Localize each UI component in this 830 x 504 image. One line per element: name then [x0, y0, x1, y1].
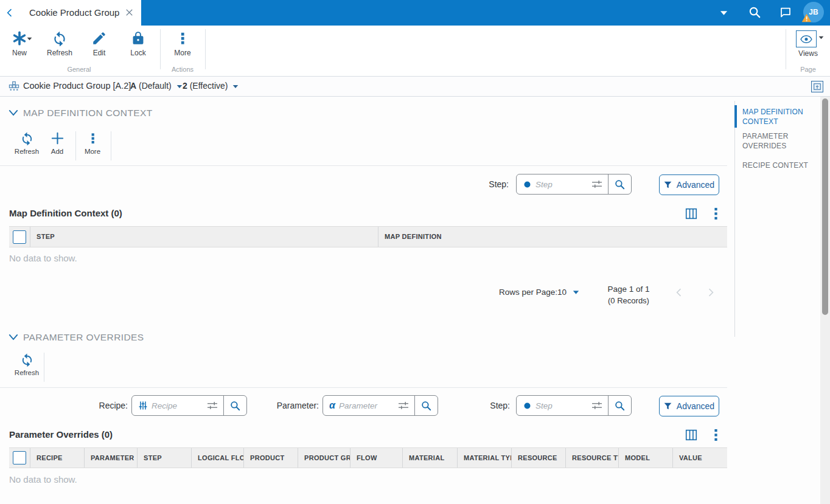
collapse-panel-icon[interactable] [811, 81, 823, 92]
map-section-title: MAP DEFINITION CONTEXT [23, 108, 153, 119]
views-label: Views [791, 49, 825, 58]
column-header: STEP [138, 448, 192, 468]
search-icon[interactable] [608, 396, 631, 415]
select-all-checkbox[interactable] [13, 230, 26, 244]
hierarchy-icon [9, 81, 19, 92]
step-circle-icon [523, 180, 532, 189]
new-button[interactable]: New [4, 30, 35, 57]
refresh-label: Refresh [11, 148, 43, 155]
column-header: PRODUCT [244, 448, 298, 468]
grid-more-icon[interactable] [713, 429, 719, 441]
active-nav-indicator [734, 105, 737, 128]
version-qualifier: (Default) [136, 81, 172, 91]
scrollbar-thumb[interactable] [822, 98, 828, 315]
topbar-dropdown-caret-icon[interactable] [720, 10, 728, 16]
map-add-button[interactable]: Add [41, 131, 73, 155]
more-label: More [77, 148, 108, 155]
column-header: MAP DEFINITION [378, 227, 727, 247]
ribbon-more-button[interactable]: More [166, 30, 200, 57]
version-dropdown[interactable]: A (Default) [130, 81, 183, 91]
new-label: New [4, 49, 35, 57]
toolbar-separator [111, 131, 111, 161]
recipe-filter-input[interactable] [148, 401, 206, 410]
version-value: A [130, 81, 136, 91]
plus-icon [41, 131, 73, 145]
edit-button[interactable]: Edit [82, 30, 116, 57]
new-dropdown-caret-icon[interactable] [27, 37, 32, 41]
records-count: (0 Records) [599, 296, 658, 305]
global-search-icon[interactable] [748, 5, 762, 19]
map-more-button[interactable]: More [77, 131, 108, 155]
next-page-icon[interactable] [706, 288, 716, 297]
param-empty-text: No data to show. [9, 474, 77, 485]
add-label: Add [41, 148, 73, 155]
previous-page-icon[interactable] [674, 288, 684, 297]
page-indicator: Page 1 of 1 [599, 285, 658, 294]
message-icon[interactable] [779, 6, 792, 19]
recipe-sliders-icon [138, 401, 148, 410]
refresh-icon [11, 353, 43, 367]
step-filter-label: Step: [448, 174, 509, 195]
param-refresh-button[interactable]: Refresh [11, 353, 43, 376]
step-filter-input-group [516, 395, 632, 416]
revision-dropdown[interactable]: 2 (Effective) [183, 81, 239, 91]
step-filter-input[interactable] [532, 180, 591, 189]
recipe-filter-label: Recipe: [67, 395, 128, 416]
param-advanced-button[interactable]: Advanced [659, 396, 719, 416]
top-bar: Cookie Product Group JB [0, 0, 830, 26]
page-tab[interactable]: Cookie Product Group [0, 0, 141, 26]
search-icon[interactable] [223, 396, 246, 415]
advanced-label: Advanced [677, 401, 714, 411]
funnel-icon [664, 181, 672, 188]
collapse-chevron-icon[interactable] [9, 109, 18, 116]
param-section-title: PARAMETER OVERRIDES [23, 332, 144, 343]
column-settings-icon[interactable] [685, 208, 697, 219]
funnel-icon [664, 402, 672, 410]
rows-per-page-dropdown[interactable]: Rows per Page:10 [499, 288, 579, 297]
map-advanced-button[interactable]: Advanced [659, 174, 719, 195]
scrollbar-track[interactable] [820, 97, 830, 504]
more-dots-icon [166, 30, 200, 46]
more-dots-icon [77, 131, 108, 145]
refresh-icon [11, 131, 43, 145]
close-tab-icon[interactable] [125, 8, 134, 17]
lock-icon [121, 30, 155, 46]
select-all-checkbox[interactable] [13, 451, 26, 464]
grid-more-icon[interactable] [713, 207, 719, 220]
views-button[interactable] [796, 30, 817, 47]
rows-per-page-label: Rows per Page:10 [499, 288, 567, 297]
column-header: PRODUCT GROUP [298, 448, 350, 468]
param-grid-title: Parameter Overrides (0) [9, 429, 113, 440]
refresh-button[interactable]: Refresh [43, 30, 77, 57]
parameter-filter-input-group: α [323, 395, 438, 416]
filter-settings-icon[interactable] [397, 401, 410, 410]
search-icon[interactable] [608, 174, 631, 194]
nav-divider [734, 101, 735, 337]
step-filter-input-group [516, 174, 632, 195]
lock-button[interactable]: Lock [121, 30, 155, 57]
map-refresh-button[interactable]: Refresh [11, 131, 43, 155]
header-checkbox-cell [9, 448, 30, 468]
step-filter-input[interactable] [532, 401, 591, 410]
parameter-filter-input[interactable] [335, 401, 397, 410]
toolbar-separator [44, 353, 44, 382]
filter-settings-icon[interactable] [591, 179, 603, 189]
advanced-label: Advanced [677, 180, 714, 190]
column-header: VALUE [673, 448, 727, 468]
views-dropdown-caret-icon[interactable] [818, 36, 824, 40]
filter-settings-icon[interactable] [591, 401, 603, 410]
column-header: LOGICAL FLOW [192, 448, 244, 468]
back-chevron-icon[interactable] [5, 8, 15, 18]
map-grid-title: Map Definition Context (0) [9, 208, 122, 218]
search-icon[interactable] [414, 396, 438, 415]
nav-item-recipe-context[interactable]: RECIPE CONTEXT [742, 161, 818, 170]
collapse-chevron-icon[interactable] [9, 334, 18, 340]
filter-settings-icon[interactable] [206, 401, 218, 410]
nav-item-parameter-overrides[interactable]: PARAMETER OVERRIDES [742, 131, 818, 151]
nav-item-map-definition-context[interactable]: MAP DEFINITION CONTEXT [742, 107, 818, 126]
column-settings-icon[interactable] [685, 429, 697, 441]
toolbar-separator [75, 131, 76, 161]
tab-title: Cookie Product Group [29, 7, 119, 18]
caret-down-icon [232, 85, 239, 89]
column-header: RESOURCE TYPE [566, 448, 619, 468]
